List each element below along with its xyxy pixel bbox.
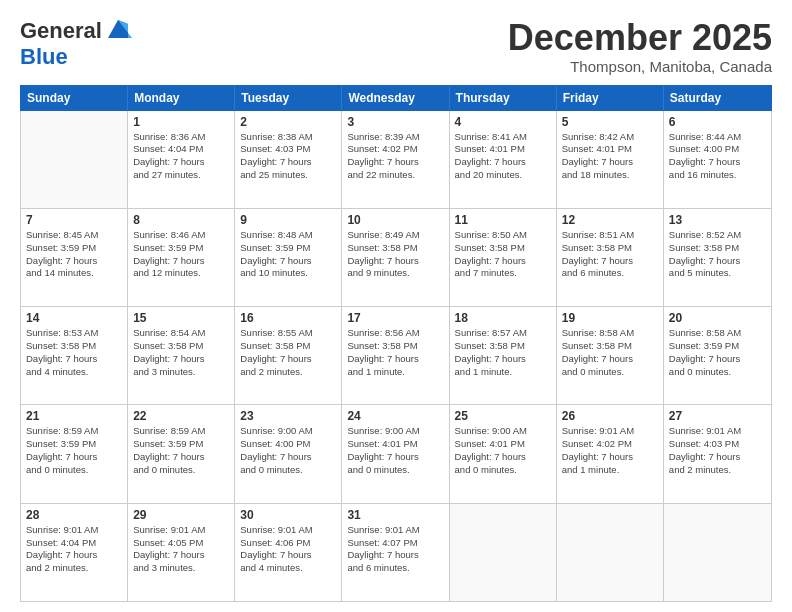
calendar-cell: 30Sunrise: 9:01 AMSunset: 4:06 PMDayligh… [235,504,342,601]
day-info: Sunrise: 9:00 AMSunset: 4:01 PMDaylight:… [455,425,551,476]
calendar-cell [557,504,664,601]
month-title: December 2025 [508,18,772,58]
header-day-sunday: Sunday [21,86,128,110]
day-number: 1 [133,115,229,129]
calendar-cell: 5Sunrise: 8:42 AMSunset: 4:01 PMDaylight… [557,111,664,208]
day-number: 28 [26,508,122,522]
header-day-tuesday: Tuesday [235,86,342,110]
calendar-cell: 18Sunrise: 8:57 AMSunset: 3:58 PMDayligh… [450,307,557,404]
logo-general: General [20,18,102,44]
day-info: Sunrise: 8:49 AMSunset: 3:58 PMDaylight:… [347,229,443,280]
day-number: 2 [240,115,336,129]
header-day-wednesday: Wednesday [342,86,449,110]
calendar-cell: 25Sunrise: 9:00 AMSunset: 4:01 PMDayligh… [450,405,557,502]
calendar-cell [450,504,557,601]
day-info: Sunrise: 8:58 AMSunset: 3:59 PMDaylight:… [669,327,766,378]
calendar-cell: 12Sunrise: 8:51 AMSunset: 3:58 PMDayligh… [557,209,664,306]
day-info: Sunrise: 8:41 AMSunset: 4:01 PMDaylight:… [455,131,551,182]
header: General Blue December 2025 Thompson, Man… [20,18,772,75]
page: General Blue December 2025 Thompson, Man… [0,0,792,612]
calendar-cell: 23Sunrise: 9:00 AMSunset: 4:00 PMDayligh… [235,405,342,502]
day-number: 29 [133,508,229,522]
calendar: SundayMondayTuesdayWednesdayThursdayFrid… [20,85,772,602]
day-number: 5 [562,115,658,129]
day-number: 25 [455,409,551,423]
day-number: 7 [26,213,122,227]
day-number: 16 [240,311,336,325]
day-number: 26 [562,409,658,423]
calendar-cell: 22Sunrise: 8:59 AMSunset: 3:59 PMDayligh… [128,405,235,502]
day-info: Sunrise: 9:00 AMSunset: 4:00 PMDaylight:… [240,425,336,476]
day-number: 20 [669,311,766,325]
calendar-cell: 27Sunrise: 9:01 AMSunset: 4:03 PMDayligh… [664,405,771,502]
calendar-row-3: 14Sunrise: 8:53 AMSunset: 3:58 PMDayligh… [21,307,771,405]
day-info: Sunrise: 8:36 AMSunset: 4:04 PMDaylight:… [133,131,229,182]
day-info: Sunrise: 8:42 AMSunset: 4:01 PMDaylight:… [562,131,658,182]
day-info: Sunrise: 9:01 AMSunset: 4:03 PMDaylight:… [669,425,766,476]
day-number: 30 [240,508,336,522]
calendar-row-2: 7Sunrise: 8:45 AMSunset: 3:59 PMDaylight… [21,209,771,307]
calendar-cell: 15Sunrise: 8:54 AMSunset: 3:58 PMDayligh… [128,307,235,404]
calendar-cell: 20Sunrise: 8:58 AMSunset: 3:59 PMDayligh… [664,307,771,404]
calendar-cell [664,504,771,601]
day-info: Sunrise: 9:01 AMSunset: 4:05 PMDaylight:… [133,524,229,575]
calendar-cell: 3Sunrise: 8:39 AMSunset: 4:02 PMDaylight… [342,111,449,208]
calendar-cell: 16Sunrise: 8:55 AMSunset: 3:58 PMDayligh… [235,307,342,404]
day-info: Sunrise: 8:38 AMSunset: 4:03 PMDaylight:… [240,131,336,182]
day-info: Sunrise: 8:50 AMSunset: 3:58 PMDaylight:… [455,229,551,280]
day-info: Sunrise: 9:01 AMSunset: 4:02 PMDaylight:… [562,425,658,476]
calendar-row-1: 1Sunrise: 8:36 AMSunset: 4:04 PMDaylight… [21,111,771,209]
location: Thompson, Manitoba, Canada [508,58,772,75]
day-info: Sunrise: 9:00 AMSunset: 4:01 PMDaylight:… [347,425,443,476]
day-number: 4 [455,115,551,129]
header-day-saturday: Saturday [664,86,771,110]
title-block: December 2025 Thompson, Manitoba, Canada [508,18,772,75]
calendar-header: SundayMondayTuesdayWednesdayThursdayFrid… [20,85,772,111]
calendar-cell: 28Sunrise: 9:01 AMSunset: 4:04 PMDayligh… [21,504,128,601]
day-info: Sunrise: 8:59 AMSunset: 3:59 PMDaylight:… [133,425,229,476]
day-info: Sunrise: 9:01 AMSunset: 4:06 PMDaylight:… [240,524,336,575]
day-info: Sunrise: 8:54 AMSunset: 3:58 PMDaylight:… [133,327,229,378]
header-day-thursday: Thursday [450,86,557,110]
day-number: 22 [133,409,229,423]
day-info: Sunrise: 8:46 AMSunset: 3:59 PMDaylight:… [133,229,229,280]
day-number: 31 [347,508,443,522]
calendar-cell: 6Sunrise: 8:44 AMSunset: 4:00 PMDaylight… [664,111,771,208]
calendar-cell: 4Sunrise: 8:41 AMSunset: 4:01 PMDaylight… [450,111,557,208]
calendar-cell: 26Sunrise: 9:01 AMSunset: 4:02 PMDayligh… [557,405,664,502]
logo: General Blue [20,18,132,70]
day-number: 19 [562,311,658,325]
calendar-cell: 9Sunrise: 8:48 AMSunset: 3:59 PMDaylight… [235,209,342,306]
day-number: 24 [347,409,443,423]
logo-blue: Blue [20,44,68,69]
day-number: 6 [669,115,766,129]
calendar-cell: 21Sunrise: 8:59 AMSunset: 3:59 PMDayligh… [21,405,128,502]
calendar-cell [21,111,128,208]
header-day-monday: Monday [128,86,235,110]
day-number: 8 [133,213,229,227]
calendar-cell: 24Sunrise: 9:00 AMSunset: 4:01 PMDayligh… [342,405,449,502]
day-info: Sunrise: 9:01 AMSunset: 4:07 PMDaylight:… [347,524,443,575]
day-number: 15 [133,311,229,325]
calendar-cell: 2Sunrise: 8:38 AMSunset: 4:03 PMDaylight… [235,111,342,208]
day-info: Sunrise: 8:53 AMSunset: 3:58 PMDaylight:… [26,327,122,378]
day-number: 21 [26,409,122,423]
day-number: 3 [347,115,443,129]
day-info: Sunrise: 8:39 AMSunset: 4:02 PMDaylight:… [347,131,443,182]
day-number: 11 [455,213,551,227]
day-info: Sunrise: 8:59 AMSunset: 3:59 PMDaylight:… [26,425,122,476]
calendar-cell: 10Sunrise: 8:49 AMSunset: 3:58 PMDayligh… [342,209,449,306]
day-number: 9 [240,213,336,227]
day-number: 13 [669,213,766,227]
calendar-body: 1Sunrise: 8:36 AMSunset: 4:04 PMDaylight… [20,111,772,602]
day-number: 27 [669,409,766,423]
day-info: Sunrise: 8:56 AMSunset: 3:58 PMDaylight:… [347,327,443,378]
day-info: Sunrise: 8:58 AMSunset: 3:58 PMDaylight:… [562,327,658,378]
day-info: Sunrise: 8:55 AMSunset: 3:58 PMDaylight:… [240,327,336,378]
day-number: 23 [240,409,336,423]
day-number: 18 [455,311,551,325]
day-number: 12 [562,213,658,227]
calendar-cell: 1Sunrise: 8:36 AMSunset: 4:04 PMDaylight… [128,111,235,208]
header-day-friday: Friday [557,86,664,110]
day-info: Sunrise: 8:51 AMSunset: 3:58 PMDaylight:… [562,229,658,280]
